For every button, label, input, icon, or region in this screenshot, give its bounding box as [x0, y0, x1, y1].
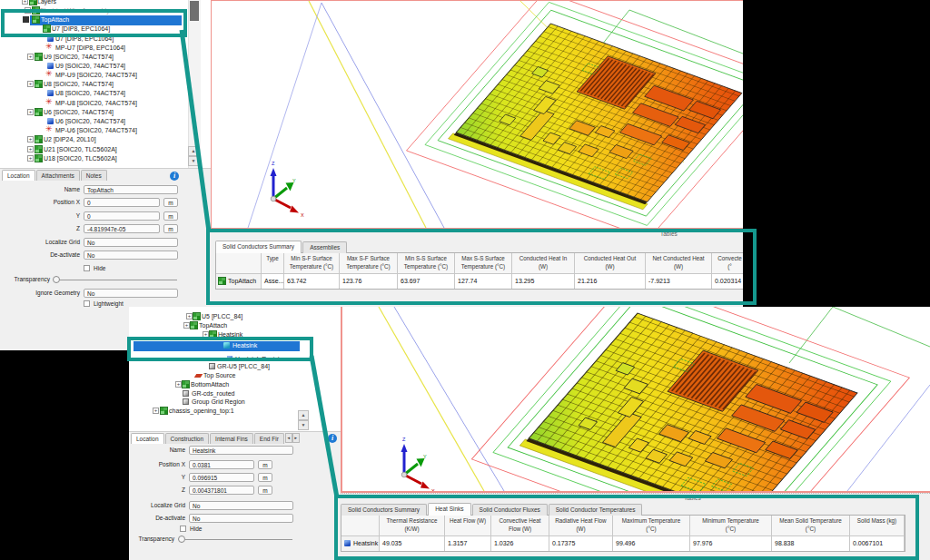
transparency-slider-knob[interactable]	[53, 276, 60, 283]
tree-item[interactable]: Top Source	[129, 371, 341, 380]
unit-field[interactable]: m	[258, 486, 272, 495]
field-label: Name	[129, 447, 185, 453]
lightweight-label: Lightweight	[94, 300, 124, 307]
info-icon[interactable]	[170, 172, 179, 181]
transparency-slider-knob[interactable]	[178, 535, 185, 543]
expand-icon[interactable]: +	[27, 54, 34, 60]
tab-internal-fins[interactable]: Internal Fins	[210, 433, 253, 444]
annotation-box-topattach	[1, 9, 187, 37]
name-field[interactable]: TopAttach	[84, 185, 178, 194]
expand-icon[interactable]: +	[27, 155, 34, 162]
tree-item-label: BottomAttach	[191, 380, 229, 389]
tab-location[interactable]: Location	[131, 433, 164, 444]
assembly-icon	[30, 0, 36, 5]
transparency-slider-track[interactable]	[185, 539, 292, 540]
expand-icon[interactable]: +	[183, 322, 190, 329]
field-label: Localize Grid	[0, 239, 80, 245]
deactivate-field[interactable]: No	[84, 251, 178, 260]
tree-item[interactable]: +U5 [PLCC_84]	[129, 312, 341, 321]
tree-item[interactable]: U8 [SOIC20, 74ACT574]	[0, 89, 211, 98]
expand-icon[interactable]: +	[27, 146, 34, 152]
scroll-down-button[interactable]: ▼	[188, 156, 199, 166]
tab-scroll-left-icon[interactable]: ◄	[285, 433, 292, 443]
unit-field[interactable]: m	[258, 473, 272, 482]
assembly-icon	[161, 408, 167, 414]
tree-item[interactable]: +chassis_opening_top:1	[129, 407, 341, 416]
assembly-icon	[35, 81, 42, 87]
field-label: Transparency	[0, 276, 50, 282]
field-label: De-activate	[0, 251, 80, 258]
tree-item-label: Top Source	[203, 371, 235, 380]
tree-item[interactable]: GR-U5 [PLCC_84]	[129, 362, 341, 371]
position-z-field[interactable]: -4.819947e-05	[84, 224, 160, 233]
position-y-field[interactable]: 0.096915	[189, 473, 254, 482]
name-field[interactable]: Heatsink	[189, 446, 293, 455]
tree-item[interactable]: MP-U7 [DIP8, EPC1064]	[0, 44, 211, 53]
position-x-field[interactable]: 0	[84, 198, 160, 207]
lightweight-checkbox[interactable]	[84, 300, 90, 307]
unit-field[interactable]: m	[163, 224, 178, 233]
tab-location[interactable]: Location	[2, 170, 35, 181]
expand-icon[interactable]: +	[153, 408, 159, 414]
assembly-icon	[35, 146, 42, 152]
scrollbar-thumb[interactable]	[190, 1, 199, 21]
tree-item[interactable]: U9 [SOIC20, 74ACT574]	[0, 62, 211, 71]
tab-construction[interactable]: Construction	[165, 433, 210, 444]
monitor-point-icon	[46, 100, 53, 106]
localize-grid-field[interactable]: No	[189, 501, 293, 510]
3d-viewport-2[interactable]	[341, 307, 930, 493]
tree-item[interactable]: +U8 [SOIC20, 74ACT574]	[0, 80, 211, 89]
grid-region-icon	[183, 398, 189, 405]
field-label: Position X	[129, 461, 185, 467]
tree-item[interactable]: +U9 [SOIC20, 74ACT574]	[0, 53, 211, 62]
scroll-up-button[interactable]: ▲	[298, 410, 309, 420]
tree-scrollbar[interactable]	[188, 0, 201, 168]
tree-item[interactable]: +U18 [SOIC20, TLC5602A]	[0, 154, 211, 163]
annotation-box-table-1	[206, 229, 757, 305]
tree-item[interactable]: +TopAttach	[129, 321, 341, 330]
scroll-up-button[interactable]: ▲	[188, 146, 199, 156]
transparency-slider-track[interactable]	[60, 280, 177, 280]
tree-item[interactable]: MP-U9 [SOIC20, 74ACT574]	[0, 71, 211, 80]
assembly-icon	[35, 136, 42, 142]
tree-item[interactable]: +U2 [DIP24, 20L10]	[0, 135, 211, 144]
tree-item-label: Layers	[37, 0, 56, 6]
tree-item[interactable]: MP-U6 [SOIC20, 74ACT574]	[0, 126, 211, 135]
tree-item[interactable]: +U6 [SOIC20, 74ACT574]	[0, 108, 211, 117]
expand-icon[interactable]: +	[27, 81, 34, 87]
tree-item-label: U9 [SOIC20, 74ACT574]	[55, 62, 125, 71]
expand-icon[interactable]: +	[22, 0, 28, 5]
tree-item[interactable]: +BottomAttach	[129, 380, 341, 389]
unit-field[interactable]: m	[163, 198, 178, 207]
tree-item[interactable]: U6 [SOIC20, 74ACT574]	[0, 117, 211, 126]
3d-viewport[interactable]: Z Y X	[211, 0, 743, 229]
expand-icon[interactable]: +	[186, 313, 193, 319]
tree-item[interactable]: +U21 [SOIC20, TLC5602A]	[0, 145, 211, 154]
field-label: Localize Grid	[129, 502, 185, 508]
tab-notes[interactable]: Notes	[81, 170, 107, 181]
ignore-geometry-field[interactable]: No	[84, 289, 178, 298]
localize-grid-field[interactable]: No	[84, 238, 178, 247]
deactivate-field[interactable]: No	[189, 514, 293, 523]
tree-item[interactable]: +Layers	[0, 0, 211, 6]
tree-item[interactable]: MP-U8 [SOIC20, 74ACT574]	[0, 99, 211, 108]
hide-label: Hide	[190, 526, 202, 532]
expand-icon[interactable]: +	[27, 109, 34, 115]
tree-item-label: U18 [SOIC20, TLC5602A]	[44, 154, 117, 163]
hide-checkbox[interactable]	[180, 526, 186, 532]
position-y-field[interactable]: 0	[84, 211, 160, 221]
position-z-field[interactable]: 0.004371801	[189, 486, 254, 495]
expand-icon[interactable]: +	[27, 136, 34, 142]
annotation-box-table-2	[334, 495, 919, 560]
position-x-field[interactable]: 0.0381	[189, 460, 254, 469]
expand-icon[interactable]: +	[175, 381, 182, 388]
tree-item[interactable]: Group Grid Region	[129, 398, 341, 407]
unit-field[interactable]: m	[163, 211, 178, 221]
scroll-down-button[interactable]: ▼	[298, 420, 309, 430]
tab-attachments[interactable]: Attachments	[36, 170, 80, 181]
info-icon[interactable]	[328, 434, 337, 443]
tab-end-fins[interactable]: End Fir	[254, 433, 284, 444]
hide-checkbox[interactable]	[84, 265, 90, 271]
unit-field[interactable]: m	[258, 460, 272, 469]
tab-scroll-right-icon[interactable]: ►	[292, 433, 300, 443]
